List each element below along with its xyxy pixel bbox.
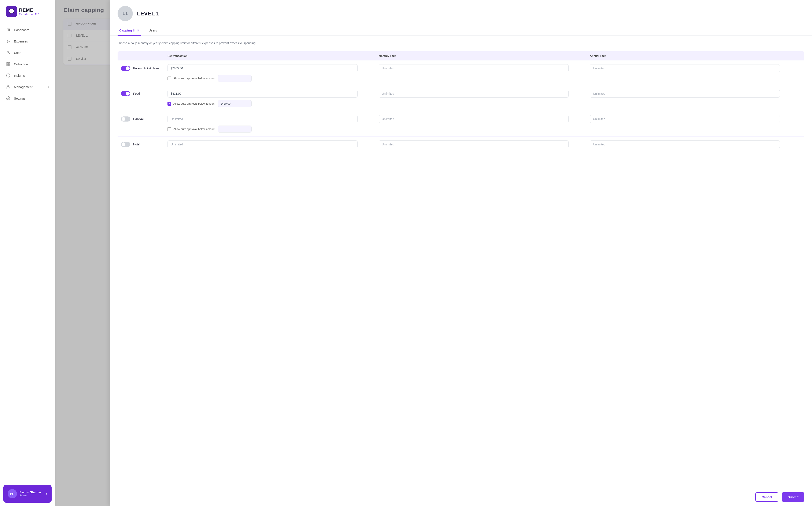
parking-annual-input[interactable] [590, 64, 780, 72]
sidebar-item-settings[interactable]: Settings [0, 93, 55, 104]
svg-rect-4 [9, 65, 10, 66]
toggle-cabtaxi[interactable] [121, 116, 130, 121]
sidebar-label-management: Management [14, 85, 32, 89]
food-monthly-input[interactable] [379, 90, 569, 98]
claim-group-panel: L1 LEVEL 1 Capping limit Users Impose a … [110, 0, 812, 506]
auto-approval-food-label[interactable]: ✓ Allow auto approval below amount [167, 102, 215, 106]
sidebar-label-expenses: Expenses [14, 39, 28, 43]
sidebar-label-dashboard: Dashboard [14, 28, 29, 32]
sidebar-item-insights[interactable]: Insights [0, 70, 55, 81]
svg-rect-3 [7, 65, 8, 66]
auto-approval-cabtaxi-label[interactable]: Allow auto approval below amount [167, 127, 215, 131]
food-per-transaction-input[interactable] [167, 90, 357, 98]
auto-approval-food-checkbox[interactable]: ✓ [167, 102, 171, 106]
cabtaxi-annual-input[interactable] [590, 115, 780, 123]
hotel-per-transaction-input[interactable] [167, 140, 357, 148]
modal-header: L1 LEVEL 1 [110, 0, 812, 21]
user-name: Sachin Sharma [19, 491, 41, 494]
expense-row-hotel: Hotel [117, 137, 804, 155]
sidebar-label-user: User [14, 51, 21, 55]
svg-point-0 [8, 51, 9, 53]
expense-name-food: Food [133, 92, 140, 95]
management-chevron-icon: › [48, 85, 49, 89]
cabtaxi-monthly-input[interactable] [379, 115, 569, 123]
modal-body: Impose a daily, monthly or yearly claim … [110, 36, 812, 488]
food-annual-input[interactable] [590, 90, 780, 98]
expense-name-parking: Parking ticket claim. [133, 67, 159, 70]
auto-approval-cabtaxi-checkbox[interactable] [167, 127, 171, 131]
user-icon [6, 50, 11, 55]
modal-tabs: Capping limit Users [110, 25, 812, 36]
profile-chevron-icon: › [46, 492, 48, 496]
auto-approval-parking-text: Allow auto approval below amount [173, 77, 215, 80]
toggle-food[interactable] [121, 91, 130, 96]
tab-users[interactable]: Users [147, 25, 159, 36]
auto-approval-cabtaxi-text: Allow auto approval below amount [173, 128, 215, 131]
sidebar-item-dashboard[interactable]: ⊞ Dashboard [0, 24, 55, 35]
col-monthly-limit: Monthly limit [379, 54, 590, 58]
expense-row-food: Food ✓ Allow auto approval below amount [117, 86, 804, 111]
management-icon [6, 85, 11, 89]
auto-approval-parking-label[interactable]: Allow auto approval below amount [167, 77, 215, 80]
logo-name: REME [19, 7, 39, 13]
modal-footer: Cancel Submit [110, 488, 812, 506]
sidebar-label-collection: Collection [14, 62, 28, 66]
submit-button[interactable]: Submit [782, 492, 804, 502]
avatar: PG [8, 489, 17, 498]
svg-rect-2 [9, 63, 10, 64]
auto-approval-food-text: Allow auto approval below amount [173, 102, 215, 105]
user-role: Admin [19, 494, 41, 497]
sidebar-item-expenses[interactable]: ◎ Expenses [0, 35, 55, 47]
expense-name-hotel: Hotel [133, 143, 140, 146]
sidebar-item-collection[interactable]: Collection [0, 58, 55, 70]
sidebar-label-settings: Settings [14, 97, 25, 100]
sidebar-label-insights: Insights [14, 74, 25, 77]
tab-capping-limit[interactable]: Capping limit [117, 25, 141, 36]
cabtaxi-per-transaction-input[interactable] [167, 115, 357, 123]
sidebar-item-management[interactable]: Management › [0, 81, 55, 93]
logo-subtitle: Reimburse ME [19, 13, 39, 15]
dashboard-icon: ⊞ [6, 27, 11, 32]
expense-row-cabtaxi: Cab/taxi Allow auto approval below amoun… [117, 111, 804, 137]
sidebar-nav: ⊞ Dashboard ◎ Expenses User Collection I… [0, 22, 55, 482]
level-avatar: L1 [117, 6, 133, 21]
sidebar: 💬 REME Reimburse ME ⊞ Dashboard ◎ Expens… [0, 0, 55, 506]
logo-area: 💬 REME Reimburse ME [0, 0, 55, 22]
parking-per-transaction-input[interactable] [167, 64, 357, 72]
cancel-button[interactable]: Cancel [755, 492, 779, 502]
expenses-icon: ◎ [6, 39, 11, 44]
expense-name-cabtaxi: Cab/taxi [133, 117, 144, 121]
cabtaxi-auto-approval-input[interactable] [218, 125, 252, 133]
food-auto-approval-input[interactable] [218, 100, 252, 107]
svg-rect-1 [7, 63, 8, 64]
sidebar-item-user[interactable]: User [0, 47, 55, 58]
auto-approval-parking-checkbox[interactable] [167, 77, 171, 80]
toggle-hotel[interactable] [121, 142, 130, 147]
svg-point-7 [8, 98, 9, 99]
col-annual-limit: Annual limit [590, 54, 801, 58]
user-profile-button[interactable]: PG Sachin Sharma Admin › [3, 485, 52, 503]
toggle-parking[interactable] [121, 66, 130, 71]
col-per-transaction: Per transaction [167, 54, 379, 58]
hotel-annual-input[interactable] [590, 140, 780, 148]
insights-icon [6, 73, 11, 78]
parking-monthly-input[interactable] [379, 64, 569, 72]
parking-auto-approval-input[interactable] [218, 75, 252, 82]
modal-description: Impose a daily, monthly or yearly claim … [117, 41, 804, 46]
settings-icon [6, 96, 11, 101]
modal-level-name: LEVEL 1 [137, 10, 159, 17]
expense-row-parking: Parking ticket claim. Allow auto approva… [117, 61, 804, 86]
logo-icon: 💬 [6, 6, 17, 17]
hotel-monthly-input[interactable] [379, 140, 569, 148]
collection-icon [6, 62, 11, 66]
capping-table-header: Per transaction Monthly limit Annual lim… [117, 51, 804, 61]
